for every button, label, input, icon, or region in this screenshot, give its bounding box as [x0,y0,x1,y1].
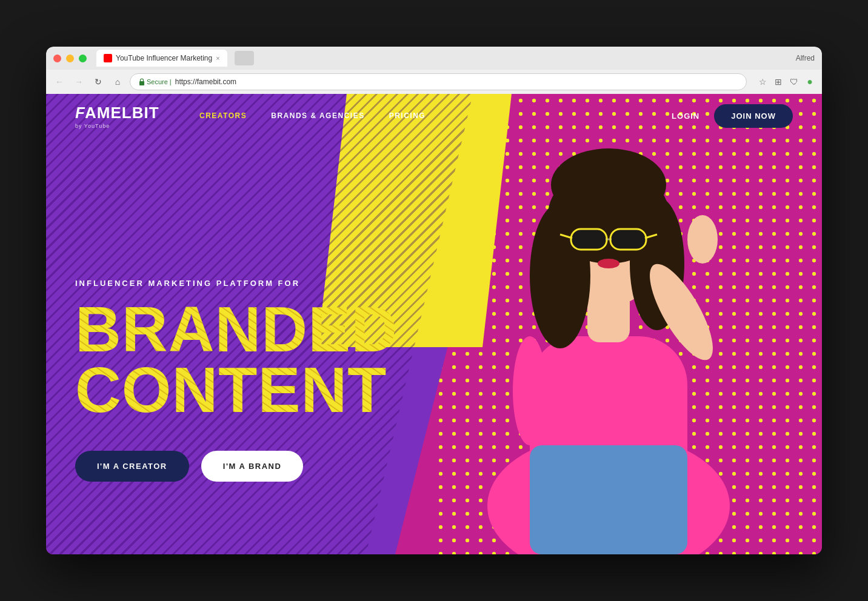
hero-title-svg: BRANDED CONTENT BRANDED CONTENT [75,294,451,415]
mac-window: YouTube Influencer Marketing × Alfred ← … [46,47,822,554]
model-illustration [427,94,790,554]
logo-sub: by YouTube [75,123,163,129]
svg-rect-7 [75,294,451,354]
svg-rect-19 [612,230,645,248]
forward-button[interactable]: → [72,75,86,89]
svg-point-27 [687,215,718,264]
brand-button[interactable]: I'M A BRAND [201,451,304,482]
nav-actions: LOGIN JOIN NOW [672,104,793,128]
browser-tab[interactable]: YouTube Influencer Marketing × [96,50,227,67]
hero-content: INFLUENCER MARKETING PLATFORM FOR BRANDE… [75,279,439,482]
extension-icon[interactable]: ● [804,76,816,88]
nav-creators[interactable]: CREATORS [199,111,247,120]
nav-brands[interactable]: BRANDS & AGENCIES [271,111,364,120]
svg-text:AMELBIT: AMELBIT [85,104,159,121]
minimize-button[interactable] [66,55,74,62]
logo-famebit: F AMELBIT [75,102,163,123]
secure-badge: Secure | [139,78,172,85]
user-label: Alfred [796,54,815,62]
url-bar[interactable]: Secure | https://famebit.com [130,73,747,90]
close-button[interactable] [53,55,61,62]
secure-text: Secure [147,78,168,85]
tab-close-icon[interactable]: × [216,55,219,62]
join-now-button[interactable]: JOIN NOW [714,104,793,128]
svg-point-15 [530,203,590,348]
tab-title: YouTube Influencer Marketing [116,54,212,62]
svg-point-28 [513,336,547,445]
hero-buttons: I'M A CREATOR I'M A BRAND [75,451,439,482]
model-image-area [395,94,822,554]
tab-favicon [104,54,112,62]
reload-button[interactable]: ↻ [91,75,105,89]
svg-point-25 [598,259,619,268]
svg-rect-11 [530,445,687,554]
bookmark-icon[interactable]: ☆ [756,76,769,88]
svg-point-17 [551,148,666,221]
navbar: F AMELBIT by YouTube CREATORS BRANDS & A… [46,94,822,138]
nav-links: CREATORS BRANDS & AGENCIES PRICING [199,111,672,120]
hero-subtitle: INFLUENCER MARKETING PLATFORM FOR [75,279,439,288]
home-button[interactable]: ⌂ [110,75,125,89]
back-button[interactable]: ← [52,75,67,89]
shield-icon[interactable]: 🛡 [788,76,800,88]
url-text: https://famebit.com [175,78,236,86]
nav-pricing[interactable]: PRICING [389,111,426,120]
svg-rect-0 [139,81,144,85]
hero-title: BRANDED CONTENT BRANDED CONTENT [75,294,439,420]
new-tab-button[interactable] [235,51,254,65]
creator-button[interactable]: I'M A CREATOR [75,451,189,482]
svg-rect-8 [75,354,451,415]
website-content: F AMELBIT by YouTube CREATORS BRANDS & A… [46,94,822,554]
toolbar-icons: ☆ ⊞ 🛡 ● [756,76,816,88]
svg-rect-18 [572,230,606,248]
logo: F AMELBIT by YouTube [75,102,163,129]
address-bar: ← → ↻ ⌂ Secure | https://famebit.com ☆ ⊞… [46,70,822,94]
maximize-button[interactable] [79,55,87,62]
layers-icon[interactable]: ⊞ [772,76,784,88]
login-link[interactable]: LOGIN [672,111,699,121]
titlebar: YouTube Influencer Marketing × Alfred [46,47,822,70]
